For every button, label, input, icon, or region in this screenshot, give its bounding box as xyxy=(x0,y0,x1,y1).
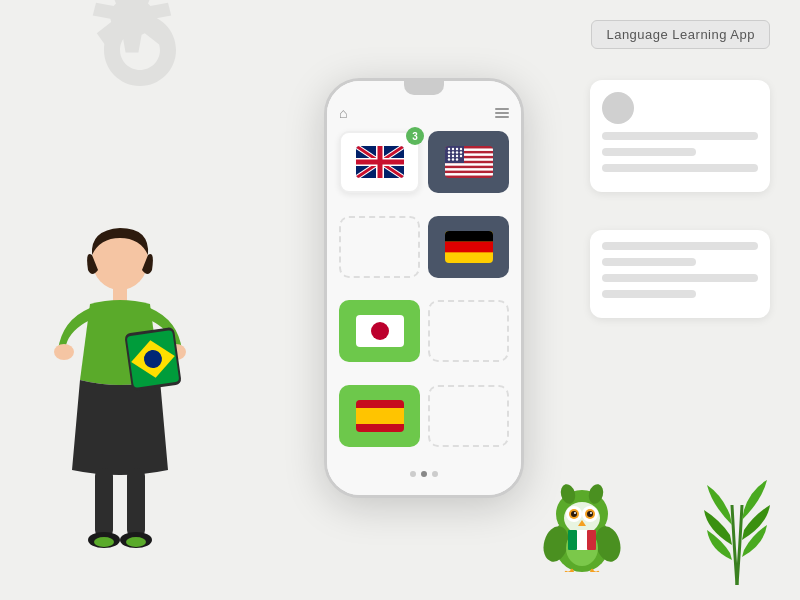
flag-grid: 3 xyxy=(339,131,509,461)
svg-point-42 xyxy=(371,322,389,340)
owl-mascot xyxy=(542,482,622,572)
bg-line-2 xyxy=(602,148,696,156)
flag-us-svg xyxy=(445,146,493,178)
svg-point-30 xyxy=(459,151,461,153)
phone-pagination-dots xyxy=(339,471,509,477)
svg-point-35 xyxy=(447,158,449,160)
bg-line-5 xyxy=(602,258,696,266)
svg-point-55 xyxy=(587,511,593,517)
character-woman xyxy=(20,200,220,580)
background-card-top xyxy=(590,80,770,192)
svg-point-36 xyxy=(451,158,453,160)
flag-uk-svg xyxy=(356,146,404,178)
svg-point-57 xyxy=(590,512,592,514)
svg-point-33 xyxy=(455,155,457,157)
bg-avatar xyxy=(602,92,634,124)
phone-mockup: ⌂ 3 xyxy=(324,78,524,498)
flag-cell-de[interactable] xyxy=(428,216,509,278)
bg-line-1 xyxy=(602,132,758,140)
svg-point-25 xyxy=(455,148,457,150)
decorative-plant xyxy=(702,445,772,585)
dot-1 xyxy=(410,471,416,477)
bg-line-4 xyxy=(602,242,758,250)
svg-rect-39 xyxy=(445,231,493,242)
flag-de-svg xyxy=(445,231,493,263)
svg-rect-63 xyxy=(568,530,577,550)
svg-point-31 xyxy=(447,155,449,157)
svg-rect-21 xyxy=(445,173,493,175)
notification-badge: 3 xyxy=(406,127,424,145)
phone-topbar: ⌂ xyxy=(339,105,509,121)
svg-point-26 xyxy=(459,148,461,150)
home-icon[interactable]: ⌂ xyxy=(339,105,347,121)
svg-point-29 xyxy=(455,151,457,153)
svg-rect-20 xyxy=(445,168,493,170)
flag-es-svg xyxy=(356,400,404,432)
svg-point-9 xyxy=(126,537,146,547)
bg-line-3 xyxy=(602,164,758,172)
svg-rect-4 xyxy=(95,468,113,538)
flag-cell-es[interactable] xyxy=(339,385,420,447)
svg-rect-40 xyxy=(445,241,493,252)
flag-cell-jp[interactable] xyxy=(339,300,420,362)
svg-rect-5 xyxy=(127,468,145,538)
flag-cell-empty-3[interactable] xyxy=(428,385,509,447)
dot-2-active xyxy=(421,471,427,477)
phone-screen: ⌂ 3 xyxy=(327,81,521,495)
svg-point-37 xyxy=(455,158,457,160)
svg-point-8 xyxy=(94,537,114,547)
bg-line-7 xyxy=(602,290,696,298)
svg-rect-44 xyxy=(356,408,404,424)
flag-jp-svg xyxy=(356,315,404,347)
svg-point-56 xyxy=(574,512,576,514)
svg-point-23 xyxy=(447,148,449,150)
owl-svg xyxy=(542,482,622,572)
svg-rect-64 xyxy=(587,530,596,550)
phone-frame: ⌂ 3 xyxy=(324,78,524,498)
dot-3 xyxy=(432,471,438,477)
app-title-label: Language Learning App xyxy=(591,20,770,49)
background-gear xyxy=(60,0,220,130)
svg-point-34 xyxy=(459,155,461,157)
svg-point-28 xyxy=(451,151,453,153)
svg-rect-19 xyxy=(445,163,493,165)
svg-point-24 xyxy=(451,148,453,150)
flag-cell-uk[interactable]: 3 xyxy=(339,131,420,193)
flag-cell-us[interactable] xyxy=(428,131,509,193)
svg-point-3 xyxy=(54,344,74,360)
svg-point-27 xyxy=(447,151,449,153)
svg-point-32 xyxy=(451,155,453,157)
flag-cell-empty-1[interactable] xyxy=(339,216,420,278)
svg-point-54 xyxy=(571,511,577,517)
bg-line-6 xyxy=(602,274,758,282)
background-card-bottom xyxy=(590,230,770,318)
phone-notch xyxy=(404,81,444,95)
flag-cell-empty-2[interactable] xyxy=(428,300,509,362)
menu-icon[interactable] xyxy=(495,108,509,118)
